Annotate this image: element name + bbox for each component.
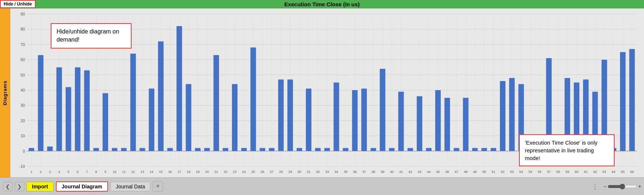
svg-rect-96	[84, 70, 90, 151]
svg-text:55: 55	[529, 170, 532, 174]
svg-rect-105	[167, 148, 173, 151]
svg-text:20: 20	[205, 170, 209, 174]
svg-text:33: 33	[325, 170, 329, 174]
hide-unhide-button[interactable]: Hide / Unhide	[0, 0, 36, 8]
svg-rect-116	[269, 148, 275, 151]
svg-text:90: 90	[21, 12, 25, 16]
svg-rect-154	[620, 52, 626, 151]
svg-text:63: 63	[602, 170, 606, 174]
chart-area: -100102030405060708090123456789101112131…	[10, 8, 644, 177]
chevron-right-icon: ❯	[17, 184, 22, 189]
svg-text:58: 58	[556, 170, 560, 174]
svg-rect-90	[29, 148, 34, 151]
svg-text:40: 40	[21, 88, 25, 92]
svg-text:54: 54	[519, 170, 523, 174]
svg-text:51: 51	[491, 170, 495, 174]
svg-text:35: 35	[344, 170, 347, 174]
svg-rect-110	[214, 55, 219, 151]
svg-text:1: 1	[31, 170, 32, 174]
svg-text:52: 52	[501, 170, 505, 174]
svg-text:11: 11	[122, 170, 126, 174]
svg-text:65: 65	[621, 170, 625, 174]
svg-text:29: 29	[288, 170, 292, 174]
svg-text:57: 57	[547, 170, 551, 174]
svg-rect-111	[223, 148, 228, 151]
svg-rect-142	[509, 78, 515, 151]
svg-text:44: 44	[427, 170, 430, 174]
svg-rect-118	[287, 79, 293, 151]
svg-text:61: 61	[584, 170, 588, 174]
zoom-slider[interactable]	[608, 184, 637, 189]
svg-text:70: 70	[21, 42, 25, 47]
svg-rect-141	[500, 81, 505, 151]
svg-text:80: 80	[21, 27, 25, 31]
svg-rect-155	[629, 49, 635, 151]
svg-text:9: 9	[104, 170, 106, 174]
svg-text:37: 37	[362, 170, 366, 174]
svg-text:21: 21	[214, 170, 218, 174]
svg-rect-108	[195, 148, 200, 151]
svg-rect-138	[472, 148, 478, 151]
svg-text:18: 18	[187, 170, 190, 174]
nav-prev-button[interactable]: ❮	[3, 182, 12, 191]
svg-text:5: 5	[68, 170, 69, 174]
svg-rect-132	[417, 96, 422, 151]
svg-text:24: 24	[242, 170, 246, 174]
svg-text:53: 53	[510, 170, 514, 174]
svg-text:46: 46	[446, 170, 449, 174]
svg-text:22: 22	[223, 170, 227, 174]
svg-rect-106	[176, 26, 182, 151]
svg-text:26: 26	[261, 170, 264, 174]
svg-text:-10: -10	[19, 164, 25, 169]
svg-rect-133	[426, 148, 432, 151]
svg-rect-92	[47, 146, 53, 151]
svg-rect-120	[306, 89, 311, 151]
svg-text:28: 28	[279, 170, 283, 174]
add-tab-button[interactable]: +	[153, 181, 163, 192]
tab-journal-data[interactable]: Journal Data	[110, 182, 150, 191]
sidebar: Diagrams	[0, 8, 10, 177]
zoom-in-icon: +	[638, 184, 641, 189]
svg-text:6: 6	[77, 170, 79, 174]
svg-rect-136	[454, 148, 459, 151]
zoom-out-icon: −	[604, 184, 606, 189]
svg-rect-95	[75, 67, 80, 151]
svg-text:48: 48	[464, 170, 468, 174]
more-options-button[interactable]: ⋮	[589, 181, 601, 192]
svg-rect-114	[250, 47, 256, 151]
svg-rect-112	[232, 84, 237, 151]
svg-rect-121	[315, 148, 321, 151]
main-content: Diagrams -100102030405060708090123456789…	[0, 8, 644, 177]
nav-next-button[interactable]: ❯	[15, 182, 24, 191]
tooltip-execution-time: 'Execution Time Close' is only represent…	[519, 134, 615, 166]
svg-text:20: 20	[21, 118, 25, 123]
svg-rect-102	[140, 148, 145, 151]
svg-text:14: 14	[150, 170, 153, 174]
svg-rect-134	[435, 90, 441, 151]
svg-text:3: 3	[49, 170, 51, 174]
svg-rect-129	[389, 148, 394, 151]
svg-text:34: 34	[334, 170, 338, 174]
svg-text:56: 56	[538, 170, 541, 174]
svg-text:17: 17	[178, 170, 181, 174]
svg-text:64: 64	[612, 170, 615, 174]
svg-text:10: 10	[21, 134, 25, 138]
svg-rect-122	[324, 148, 330, 151]
svg-text:49: 49	[473, 170, 477, 174]
svg-text:15: 15	[159, 170, 162, 174]
svg-rect-128	[380, 69, 385, 151]
svg-text:32: 32	[316, 170, 320, 174]
svg-text:66: 66	[630, 170, 634, 174]
tab-journal-diagram[interactable]: Journal Diagram	[56, 181, 108, 192]
svg-rect-140	[491, 148, 496, 151]
svg-rect-97	[93, 148, 99, 151]
svg-rect-131	[408, 148, 413, 151]
zoom-control: − +	[604, 184, 641, 189]
svg-text:30: 30	[21, 103, 25, 107]
bottom-bar: ❮ ❯ Import Journal Diagram Journal Data …	[0, 177, 644, 195]
svg-text:38: 38	[372, 170, 375, 174]
svg-text:2: 2	[40, 170, 42, 174]
import-button[interactable]: Import	[26, 182, 54, 191]
svg-text:12: 12	[131, 170, 135, 174]
top-bar: Hide / Unhide Execution Time Close (in u…	[0, 0, 644, 8]
